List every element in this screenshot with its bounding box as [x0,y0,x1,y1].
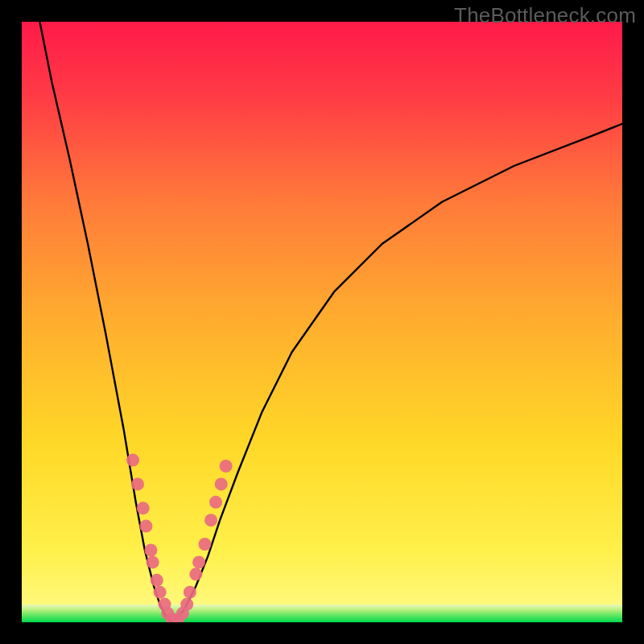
marker-dot [131,477,144,490]
marker-dot [126,454,139,467]
marker-dot [204,514,217,526]
marker-dot [154,586,167,599]
marker-dot [189,568,202,580]
marker-dot [209,496,222,509]
marker-dot [199,538,212,551]
marker-dot [144,544,157,557]
marker-dot [184,586,196,599]
curve-right-curve [172,124,623,622]
curve-left-curve [39,22,171,622]
chart-curves [22,22,622,622]
marker-dot [151,574,163,587]
marker-dot [215,477,228,490]
watermark-text: TheBottleneck.com [454,3,636,28]
marker-dot [220,460,233,473]
chart-frame [22,22,622,622]
marker-dot [192,555,205,568]
marker-dot [139,520,152,533]
marker-dot [180,598,193,611]
marker-dot [137,502,150,514]
marker-dot [147,555,159,568]
